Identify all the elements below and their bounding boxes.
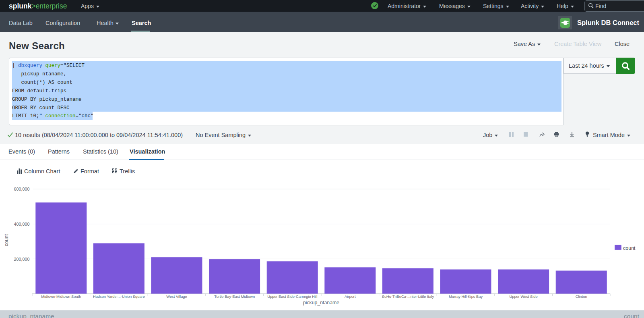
- svg-text:Turtle Bay-East Midtown: Turtle Bay-East Midtown: [214, 295, 255, 299]
- svg-text:SoHo-TriBeCa-...nter-Little It: SoHo-TriBeCa-...nter-Little Italy: [382, 295, 434, 299]
- svg-text:Murray Hill-Kips Bay: Murray Hill-Kips Bay: [449, 295, 483, 299]
- svg-text:400,000: 400,000: [14, 222, 29, 227]
- svg-text:Upper East Side-Carnegie Hill: Upper East Side-Carnegie Hill: [267, 295, 317, 299]
- svg-text:Clinton: Clinton: [576, 295, 587, 299]
- svg-text:Airport: Airport: [345, 295, 356, 299]
- svg-text:pickup_ntaname: pickup_ntaname: [303, 300, 339, 306]
- svg-text:West Village: West Village: [166, 295, 187, 299]
- svg-text:600,000: 600,000: [14, 187, 29, 191]
- svg-text:Hudson Yards-...-Union Square: Hudson Yards-...-Union Square: [93, 295, 145, 299]
- svg-text:Upper West Side: Upper West Side: [510, 295, 538, 299]
- svg-text:Midtown-Midtown South: Midtown-Midtown South: [41, 295, 81, 299]
- svg-text:count: count: [4, 234, 9, 246]
- svg-text:count: count: [623, 245, 636, 251]
- svg-text:200,000: 200,000: [14, 257, 29, 262]
